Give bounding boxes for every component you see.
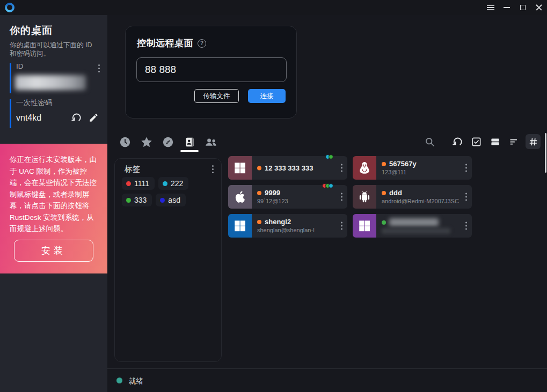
- tag-color-dot: [163, 181, 167, 186]
- apple-logo-icon: [228, 185, 252, 209]
- selected-tab-underline: [180, 150, 199, 152]
- id-label: ID: [16, 62, 101, 70]
- maximize-button[interactable]: [515, 0, 531, 15]
- peer-status-dot: [257, 166, 261, 170]
- sort-icon[interactable]: [507, 134, 521, 149]
- sidebar: 你的桌面 你的桌面可以通过下面的 ID 和密码访问。 ID 一次性密码 vnt4…: [0, 15, 107, 392]
- peer-name: ddd: [389, 189, 402, 197]
- minimize-button[interactable]: [499, 0, 515, 15]
- refresh-icon[interactable]: [450, 134, 464, 149]
- peer-card[interactable]: 12 333 333 333: [228, 156, 347, 180]
- install-warning-banner: 你正在运行未安装版本，由于 UAC 限制，作为被控端，会在某些情况下无法控制鼠标…: [0, 144, 107, 273]
- id-menu-button[interactable]: [97, 63, 101, 73]
- connect-card-title: 控制远程桌面: [137, 37, 193, 49]
- peer-subtitle: 123@111: [382, 169, 406, 175]
- edit-password-icon[interactable]: [89, 112, 99, 123]
- tags-title: 标签: [125, 164, 140, 174]
- main-area: 控制远程桌面 ? 传输文件 连接: [107, 15, 547, 392]
- peer-name: 12 333 333 333: [265, 164, 313, 172]
- tag-color-dot: [160, 198, 165, 203]
- password-label: 一次性密码: [16, 98, 101, 108]
- tag-label: 222: [171, 179, 183, 188]
- tag-label: 333: [134, 196, 147, 204]
- peer-card[interactable]: [353, 214, 472, 238]
- connect-button[interactable]: 连接: [248, 89, 286, 103]
- password-section: 一次性密码 vnt4kd: [10, 98, 101, 128]
- clock-icon: [119, 136, 131, 148]
- transfer-file-button[interactable]: 传输文件: [194, 89, 239, 103]
- peer-name-redacted: [389, 218, 439, 226]
- peer-menu-button[interactable]: [340, 221, 344, 231]
- address-book-icon: [184, 136, 195, 148]
- tags-list: 1111222333asd: [122, 177, 216, 206]
- warning-text: 你正在运行未安装版本，由于 UAC 限制，作为被控端，会在某些情况下无法控制鼠标…: [10, 154, 98, 235]
- search-icon[interactable]: [422, 134, 436, 149]
- peer-card[interactable]: 9999 99`12@123: [228, 185, 347, 209]
- android-logo-icon: [353, 185, 376, 209]
- tag-chip[interactable]: 1111: [122, 177, 155, 190]
- peer-subtitle: 99`12@123: [257, 198, 288, 204]
- connect-card: 控制远程桌面 ? 传输文件 连接: [125, 26, 297, 119]
- people-icon: [205, 136, 217, 148]
- tags-panel: 标签 1111222333asd: [114, 158, 222, 362]
- tag-chip[interactable]: 333: [122, 194, 152, 206]
- peer-subtitle: shenglan@shenglan-l: [257, 227, 315, 233]
- id-value-redacted: [15, 75, 86, 90]
- linux-logo-icon: [353, 156, 376, 180]
- compass-icon: [162, 136, 174, 148]
- tab-address-book[interactable]: [183, 134, 196, 150]
- title-bar: [0, 0, 547, 15]
- connection-status-dot: [116, 378, 122, 383]
- peer-menu-button[interactable]: [464, 163, 468, 173]
- refresh-password-icon[interactable]: [71, 112, 82, 123]
- scrollbar-thumb[interactable]: [545, 133, 546, 173]
- id-section: ID: [10, 62, 101, 93]
- tag-color-dot: [126, 181, 131, 186]
- tab-group[interactable]: [205, 134, 217, 150]
- peer-status-dot: [257, 191, 261, 195]
- menu-icon[interactable]: [483, 0, 499, 15]
- peer-tag-dots: [324, 183, 333, 188]
- tab-favorites[interactable]: [140, 134, 153, 150]
- windows-logo-icon: [228, 156, 252, 180]
- install-button[interactable]: 安装: [14, 240, 93, 262]
- card-view-icon[interactable]: [488, 134, 502, 149]
- sidebar-subtitle: 你的桌面可以通过下面的 ID 和密码访问。: [10, 41, 100, 58]
- tags-menu-button[interactable]: [211, 164, 215, 174]
- peer-name: shengl2: [265, 218, 291, 226]
- peer-tabs: [119, 134, 217, 150]
- peer-toolbar: [422, 134, 541, 149]
- tag-label: asd: [168, 196, 180, 204]
- remote-id-input[interactable]: [136, 57, 287, 82]
- peer-status-dot: [382, 191, 386, 195]
- select-checkbox-icon[interactable]: [469, 134, 483, 149]
- tab-recent-sessions[interactable]: [119, 134, 132, 150]
- peer-menu-button[interactable]: [464, 221, 468, 231]
- windows-logo-icon: [228, 214, 252, 238]
- rustdesk-logo-icon: [5, 3, 14, 12]
- tag-chip[interactable]: asd: [156, 194, 186, 206]
- tag-chip[interactable]: 222: [158, 177, 188, 190]
- windows-logo-icon: [353, 214, 376, 238]
- peer-menu-button[interactable]: [464, 192, 468, 202]
- tab-discovered[interactable]: [162, 134, 174, 150]
- peer-card[interactable]: 567567y 123@111: [353, 156, 472, 180]
- tag-label: 1111: [134, 179, 149, 188]
- peer-tag-dots: [327, 154, 333, 159]
- sidebar-title: 你的桌面: [10, 24, 53, 38]
- peer-grid: 12 333 333 333 567567y 123@111 9999 99`1…: [228, 156, 529, 238]
- close-button[interactable]: [531, 0, 547, 15]
- connection-status-text: 就绪: [129, 376, 143, 386]
- peer-card[interactable]: ddd android@Redmi-M2007J3SC: [353, 185, 472, 209]
- peer-status-dot: [382, 220, 386, 225]
- tag-color-dot: [126, 198, 131, 203]
- grid-view-icon[interactable]: [526, 134, 541, 149]
- peer-menu-button[interactable]: [340, 163, 344, 173]
- peer-status-dot: [257, 220, 261, 224]
- star-icon: [140, 136, 153, 149]
- peer-name: 567567y: [389, 160, 417, 168]
- help-icon[interactable]: ?: [198, 39, 206, 48]
- peer-menu-button[interactable]: [340, 192, 344, 202]
- peer-card[interactable]: shengl2 shenglan@shenglan-l: [228, 214, 347, 238]
- peer-name: 9999: [265, 189, 280, 197]
